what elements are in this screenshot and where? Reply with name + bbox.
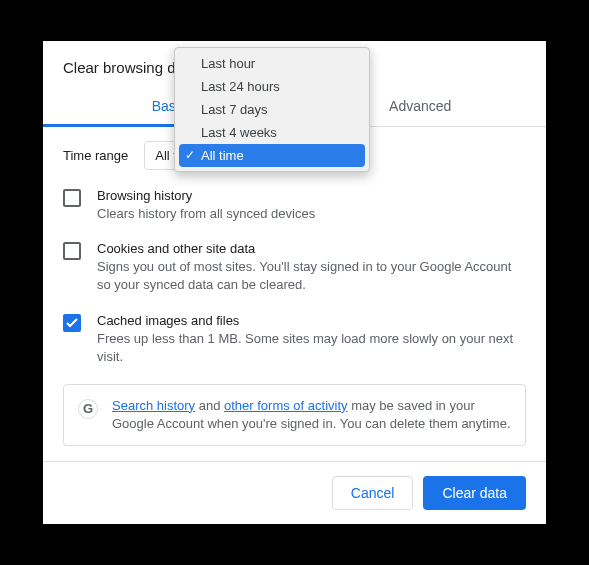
clear-browsing-data-dialog: Clear browsing data Basic Advanced Time …	[43, 41, 546, 524]
dropdown-item[interactable]: Last 24 hours	[179, 75, 365, 98]
info-text: Search history and other forms of activi…	[112, 397, 511, 433]
dropdown-item[interactable]: Last hour	[179, 52, 365, 75]
dropdown-item[interactable]: Last 7 days	[179, 98, 365, 121]
option-row: Cookies and other site dataSigns you out…	[63, 241, 526, 294]
option-description: Signs you out of most sites. You'll stay…	[97, 258, 526, 294]
google-icon: G	[78, 399, 98, 419]
dropdown-item[interactable]: Last 4 weeks	[179, 121, 365, 144]
dialog-body: Time range All time Browsing historyClea…	[43, 127, 546, 461]
tab-label: Advanced	[389, 98, 451, 114]
option-title: Cached images and files	[97, 313, 526, 328]
cancel-button[interactable]: Cancel	[332, 476, 414, 510]
check-icon	[66, 318, 78, 328]
link-other-activity[interactable]: other forms of activity	[224, 398, 348, 413]
option-description: Clears history from all synced devices	[97, 205, 315, 223]
option-title: Browsing history	[97, 188, 315, 203]
link-search-history[interactable]: Search history	[112, 398, 195, 413]
checkbox[interactable]	[63, 314, 81, 332]
option-row: Browsing historyClears history from all …	[63, 188, 526, 223]
option-description: Frees up less than 1 MB. Some sites may …	[97, 330, 526, 366]
time-range-dropdown: Last hourLast 24 hoursLast 7 daysLast 4 …	[174, 47, 370, 172]
dropdown-item[interactable]: All time	[179, 144, 365, 167]
checkbox[interactable]	[63, 189, 81, 207]
clear-data-button[interactable]: Clear data	[423, 476, 526, 510]
dialog-footer: Cancel Clear data	[43, 461, 546, 524]
checkbox[interactable]	[63, 242, 81, 260]
option-row: Cached images and filesFrees up less tha…	[63, 313, 526, 366]
account-info-box: G Search history and other forms of acti…	[63, 384, 526, 446]
time-range-label: Time range	[63, 148, 128, 163]
option-title: Cookies and other site data	[97, 241, 526, 256]
